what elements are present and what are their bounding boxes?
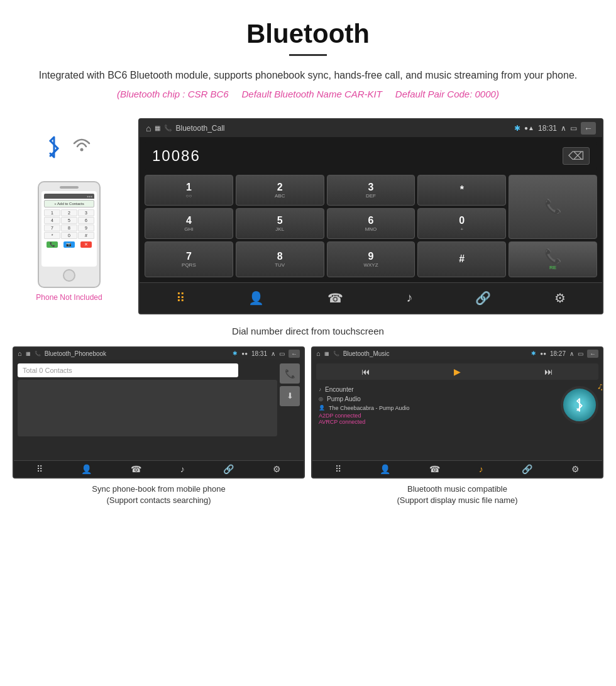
ms-nav-settings[interactable]: ⚙ bbox=[571, 464, 580, 474]
home-icon[interactable]: ⌂ bbox=[146, 123, 151, 133]
circle-icon: ◎ bbox=[319, 396, 323, 402]
main-car-screen: ⌂ ▦ 📞 Bluetooth_Call ✱ ●▲ 18:31 ∧ ▭ ← 10… bbox=[138, 118, 603, 314]
keypad-nav-btn[interactable]: ⠿ bbox=[171, 288, 190, 308]
ms-expand[interactable]: ∧ bbox=[569, 350, 574, 357]
search-placeholder: Total 0 Contacts bbox=[23, 367, 72, 374]
key-4[interactable]: 4GHI bbox=[145, 208, 233, 239]
ms-nav-calls[interactable]: ☎ bbox=[429, 464, 440, 474]
ms-status-left: ⌂ ▦ 📞 Bluetooth_Music bbox=[316, 350, 390, 357]
phone-end-btn: ✕ bbox=[80, 241, 92, 248]
back-icon[interactable]: ← bbox=[581, 122, 596, 135]
key-8[interactable]: 8TUV bbox=[236, 241, 324, 277]
phone-video-btn: 📷 bbox=[63, 241, 75, 248]
pb-nav-keypad[interactable]: ⠿ bbox=[36, 464, 43, 474]
play-btn[interactable]: ▶ bbox=[454, 367, 461, 377]
album-art-wrapper: ♫ bbox=[561, 386, 598, 424]
contact-action-btns: 📞 ⬇ bbox=[280, 363, 300, 436]
phone-keypad: 123 456 789 *0# bbox=[44, 209, 94, 239]
track-1: ♪ Encounter bbox=[316, 385, 557, 394]
bluetooth-specs: (Bluetooth chip : CSR BC6 Default Blueto… bbox=[38, 89, 578, 99]
music-body: ⏮ ▶ ⏭ ♪ Encounter ◎ Pump Audio bbox=[312, 360, 602, 460]
pb-nav-link[interactable]: 🔗 bbox=[223, 464, 234, 474]
pb-status-left: ⌂ ▦ 📞 Bluetooth_Phonebook bbox=[18, 350, 106, 357]
link-nav-btn[interactable]: 🔗 bbox=[470, 288, 496, 308]
phonebook-caption: Sync phone-book from mobile phone (Suppo… bbox=[13, 479, 305, 509]
pb-window[interactable]: ▭ bbox=[279, 350, 285, 357]
key-1[interactable]: 1○○ bbox=[145, 175, 233, 206]
person-icon: 👤 bbox=[319, 405, 325, 411]
ms-nav-music[interactable]: ♪ bbox=[479, 464, 483, 474]
pb-signal-icon: ▦ bbox=[26, 351, 31, 357]
call-icon: 📞 bbox=[544, 199, 561, 215]
music-nav: ⠿ 👤 ☎ ♪ 🔗 ⚙ bbox=[312, 460, 602, 477]
phone-section: ●●● + Add to Contacts 123 456 789 *0# 📞 … bbox=[13, 118, 126, 302]
call-button[interactable]: 📞 bbox=[509, 175, 597, 239]
recall-button[interactable]: 📞 RE bbox=[509, 241, 597, 277]
pb-expand[interactable]: ∧ bbox=[271, 350, 275, 357]
download-contacts-btn[interactable]: ⬇ bbox=[280, 386, 300, 406]
a2dp-status: A2DP connected bbox=[316, 412, 557, 419]
main-content: ●●● + Add to Contacts 123 456 789 *0# 📞 … bbox=[0, 112, 616, 321]
music-row: ♪ Encounter ◎ Pump Audio 👤 The Cheebacab… bbox=[316, 385, 598, 425]
delete-button[interactable]: ⌫ bbox=[563, 147, 590, 165]
music-nav-btn[interactable]: ♪ bbox=[401, 288, 417, 307]
settings-nav-btn[interactable]: ⚙ bbox=[549, 288, 571, 308]
music-info: ♪ Encounter ◎ Pump Audio 👤 The Cheebacab… bbox=[316, 385, 557, 425]
key-hash[interactable]: # bbox=[417, 241, 506, 277]
phonebook-nav: ⠿ 👤 ☎ ♪ 🔗 ⚙ bbox=[14, 460, 304, 477]
phone-not-included-label: Phone Not Included bbox=[36, 293, 102, 302]
window-icon[interactable]: ▭ bbox=[570, 124, 577, 133]
phonebook-body: Total 0 Contacts 📞 ⬇ bbox=[14, 360, 304, 460]
ms-nav-link[interactable]: 🔗 bbox=[522, 464, 532, 474]
key-7[interactable]: 7PQRS bbox=[145, 241, 233, 277]
page-header: Bluetooth Integrated with BC6 Bluetooth … bbox=[0, 0, 616, 112]
contacts-nav-btn[interactable]: 👤 bbox=[243, 288, 269, 308]
ms-nav-keypad[interactable]: ⠿ bbox=[335, 464, 341, 474]
ms-status-right: ✱ ●● 18:27 ∧ ▭ ← bbox=[531, 350, 598, 358]
dial-display: 10086 ⌫ bbox=[145, 142, 597, 170]
pb-nav-music[interactable]: ♪ bbox=[180, 464, 185, 474]
music-notes-icon: ♫ bbox=[597, 380, 603, 393]
key-0[interactable]: 0+ bbox=[417, 208, 506, 239]
spec-chip: (Bluetooth chip : CSR BC6 bbox=[117, 89, 229, 99]
key-9[interactable]: 9WXYZ bbox=[327, 241, 415, 277]
music-caption: Bluetooth music compatible (Support disp… bbox=[311, 479, 603, 509]
keypad-grid: 1○○ 2ABC 3DEF * 📞 4GHI 5JKL 6M bbox=[140, 175, 602, 282]
pb-home-icon[interactable]: ⌂ bbox=[18, 350, 22, 357]
pb-nav-settings[interactable]: ⚙ bbox=[273, 464, 281, 474]
key-5[interactable]: 5JKL bbox=[236, 208, 324, 239]
add-to-contacts-label: + Add to Contacts bbox=[54, 202, 84, 206]
ms-bt-icon: ✱ bbox=[531, 350, 536, 357]
main-statusbar: ⌂ ▦ 📞 Bluetooth_Call ✱ ●▲ 18:31 ∧ ▭ ← bbox=[140, 119, 602, 137]
bluetooth-symbol-icon bbox=[45, 136, 63, 163]
ms-back[interactable]: ← bbox=[587, 350, 598, 358]
recent-calls-nav-btn[interactable]: ☎ bbox=[322, 288, 348, 308]
key-3[interactable]: 3DEF bbox=[327, 175, 415, 206]
call-contact-btn[interactable]: 📞 bbox=[280, 363, 300, 384]
dial-number: 10086 bbox=[152, 147, 201, 165]
ms-app-title: Bluetooth_Music bbox=[343, 350, 390, 357]
status-left: ⌂ ▦ 📞 Bluetooth_Call bbox=[146, 123, 225, 133]
contacts-search-bar[interactable]: Total 0 Contacts bbox=[18, 363, 238, 377]
expand-icon[interactable]: ∧ bbox=[561, 124, 566, 133]
pb-nav-calls[interactable]: ☎ bbox=[131, 464, 141, 474]
ms-home-icon[interactable]: ⌂ bbox=[316, 350, 321, 357]
avrcp-status: AVRCP connected bbox=[316, 419, 557, 425]
bt-circle bbox=[561, 386, 598, 424]
key-6[interactable]: 6MNO bbox=[327, 208, 415, 239]
prev-btn[interactable]: ⏮ bbox=[361, 367, 370, 377]
bottom-nav-main: ⠿ 👤 ☎ ♪ 🔗 ⚙ bbox=[140, 282, 602, 313]
pb-nav-contacts[interactable]: 👤 bbox=[81, 464, 92, 474]
music-statusbar: ⌂ ▦ 📞 Bluetooth_Music ✱ ●● 18:27 ∧ ▭ ← bbox=[312, 348, 602, 360]
phone-call-btn: 📞 bbox=[47, 241, 58, 248]
next-btn[interactable]: ⏭ bbox=[544, 367, 553, 377]
ms-nav-contacts[interactable]: 👤 bbox=[380, 464, 390, 474]
time-display: 18:31 bbox=[538, 124, 557, 133]
pb-phone-icon: 📞 bbox=[35, 351, 41, 357]
track-2: ◎ Pump Audio bbox=[316, 394, 557, 404]
pb-back[interactable]: ← bbox=[289, 350, 300, 358]
ms-signal: ●● bbox=[540, 351, 546, 357]
ms-window[interactable]: ▭ bbox=[578, 350, 583, 357]
key-star[interactable]: * bbox=[417, 175, 506, 206]
key-2[interactable]: 2ABC bbox=[236, 175, 324, 206]
